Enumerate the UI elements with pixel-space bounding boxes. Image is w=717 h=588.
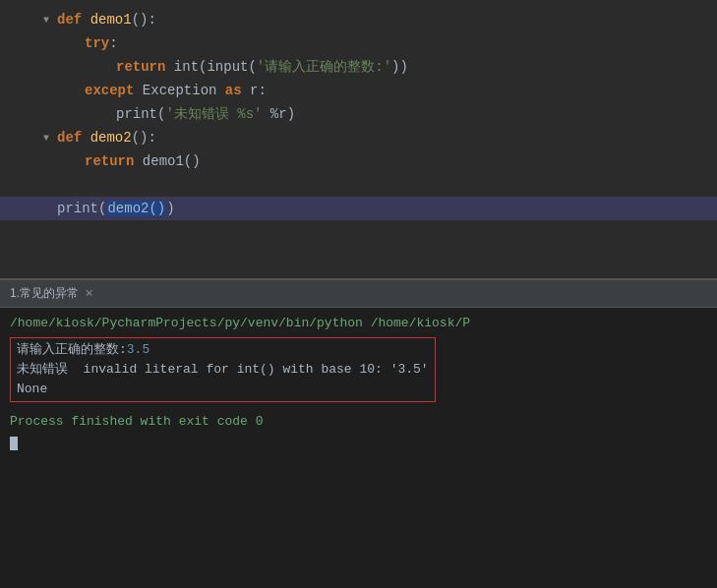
keyword-return: return [85,153,134,169]
terminal-error-line-2: None [17,380,429,399]
terminal-body: /home/kiosk/PycharmProjects/py/venv/bin/… [0,308,717,588]
code-line-4: except Exception as r: [0,79,717,102]
terminal-tab[interactable]: 1.常见的异常 ✕ [10,285,93,302]
terminal-cursor [10,437,18,450]
error-box-border: 请输入正确的整数:3.5 未知错误 invalid literal for in… [10,337,436,402]
fold-indicator[interactable]: ▼ [39,133,53,144]
terminal-header: 1.常见的异常 ✕ [0,280,717,308]
code-content: print('未知错误 %s' %r) [53,103,717,125]
terminal-cursor-line [10,434,707,453]
terminal-input-line: 请输入正确的整数:3.5 [17,340,429,360]
fold-indicator[interactable]: ▼ [39,15,53,26]
keyword-try: try [85,35,109,51]
code-line-5: print('未知错误 %s' %r) [0,102,717,126]
terminal-process-line: Process finished with exit code 0 [10,412,707,432]
terminal-error-box: 请输入正确的整数:3.5 未知错误 invalid literal for in… [10,337,707,402]
code-line-9: print(demo2()) [0,197,717,220]
code-content [53,174,717,196]
code-content: def demo1(): [53,9,717,30]
selected-text: demo2() [106,201,166,216]
keyword-except: except [85,83,134,98]
code-content: print(demo2()) [53,198,717,219]
string-literal: '请输入正确的整数:' [257,59,391,75]
code-content: return demo1() [53,150,717,172]
function-name: demo2 [90,130,132,146]
input-value: 3.5 [127,342,149,357]
terminal-section: 1.常见的异常 ✕ /home/kiosk/PycharmProjects/py… [0,280,717,588]
code-line-3: return int(input('请输入正确的整数:')) [0,55,717,79]
terminal-error-line-1: 未知错误 invalid literal for int() with base… [17,360,429,380]
code-line-1: ▼ def demo1(): [0,8,717,31]
keyword-as: as [225,83,242,98]
code-content: try: [53,32,717,54]
code-line-2: try: [0,31,717,55]
code-line-7: return demo1() [0,149,717,173]
string-literal: '未知错误 %s' [165,106,262,122]
keyword-return: return [116,59,165,75]
keyword-def: def [57,130,82,146]
code-line-6: ▼ def demo2(): [0,126,717,149]
terminal-cmd-line: /home/kiosk/PycharmProjects/py/venv/bin/… [10,314,707,333]
function-name: demo1 [90,12,132,28]
code-line-8 [0,173,717,197]
keyword-def: def [57,12,82,28]
code-content: return int(input('请输入正确的整数:')) [53,56,717,78]
code-editor: ▼ def demo1(): try: return int(input('请输… [0,0,717,280]
tab-close-icon[interactable]: ✕ [85,287,93,300]
code-content: except Exception as r: [53,80,717,101]
input-prompt: 请输入正确的整数: [17,342,127,357]
code-content: def demo2(): [53,127,717,148]
terminal-tab-label: 1.常见的异常 [10,285,79,302]
